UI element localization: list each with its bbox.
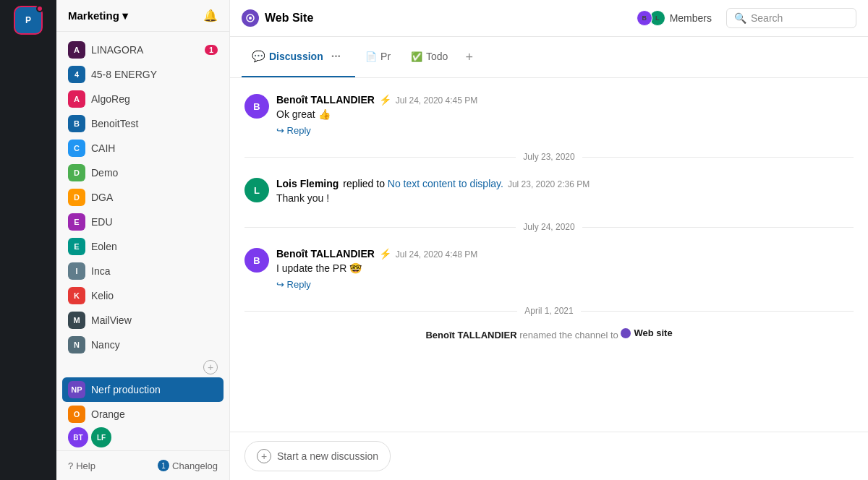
help-link[interactable]: ? Help [68,460,95,471]
reply-button-msg3[interactable]: ↪ Reply [276,279,311,290]
channel-pill-icon [621,328,631,338]
tab-discussion[interactable]: 💬Discussion··· [242,37,355,77]
sidebar-item-linagora[interactable]: ALINAGORA1 [56,38,229,62]
sidebar-item-demo[interactable]: DDemo [56,160,229,185]
channel-avatar-caih: C [68,140,85,157]
system-actor: Benoît TALLANDIER [425,330,516,340]
badge-linagora: 1 [205,45,218,55]
tab-pr[interactable]: 📄Pr [355,43,401,71]
tab-more-icon[interactable]: ··· [327,44,345,69]
sidebar-item-mailview[interactable]: MMailView [56,308,229,333]
sidebar-item-caih[interactable]: CCAIH [56,136,229,160]
msg-header-msg3: Benoît TALLANDIER ⚡ Jul 24, 2020 4:48 PM [276,248,854,260]
channel-sidebar: Marketing ▾ 🔔 ALINAGORA1445-8 ENERGYAAlg… [56,0,230,480]
msg-text-msg2: Thank you ! [276,191,854,206]
pr-icon: 📄 [365,51,377,62]
search-box[interactable]: 🔍 Search [726,8,856,28]
channel-avatar-orange: O [68,406,85,423]
msg-content-msg1: Benoît TALLANDIER ⚡ Jul 24, 2020 4:45 PM… [276,94,854,136]
channel-label-linagora: LINAGORA [91,44,143,56]
notification-dot [36,5,43,12]
channel-label-eolen: Eolen [91,241,117,252]
channel-avatar-demo: D [68,164,85,181]
message-msg3: B Benoît TALLANDIER ⚡ Jul 24, 2020 4:48 … [244,244,854,294]
msg-time-msg3: Jul 24, 2020 4:48 PM [396,249,477,260]
channel-avatar-dga: D [68,189,85,206]
bell-icon[interactable]: 🔔 [203,9,218,22]
discussion-icon: 💬 [252,50,265,63]
channel-avatar-nancy: N [68,336,85,353]
main-header: Web Site B L Members 🔍 Search [230,0,868,37]
system-action: renamed the channel to [519,330,618,340]
sidebar-item-eolen[interactable]: EEolen [56,234,229,259]
members-button[interactable]: B L Members [634,7,718,29]
channel-pill: Web site [621,327,672,338]
members-avatars: B L [639,10,665,26]
msg-avatar-msg1: B [244,94,269,119]
svg-point-1 [249,17,252,20]
header-right: B L Members 🔍 Search [634,7,856,29]
todo-icon: ✅ [411,51,422,62]
sidebar-item-algoreg[interactable]: AAlgoReg [56,87,229,111]
recent-user-lois: LF [91,427,111,447]
channel-avatar-eolen: E [68,238,85,255]
tab-todo[interactable]: ✅Todo [401,43,458,71]
reply-button-msg1[interactable]: ↪ Reply [276,125,311,136]
channel-list: ALINAGORA1445-8 ENERGYAAlgoRegBBenoitTes… [56,32,229,424]
help-icon: ? [68,460,73,471]
channel-avatar-nerf-production: NP [68,381,85,398]
tab-label-discussion: Discussion [269,51,323,62]
plus-circle-icon: + [257,449,271,463]
msg-header-msg1: Benoît TALLANDIER ⚡ Jul 24, 2020 4:45 PM [276,94,854,106]
msg-time-msg2: Jul 23, 2020 2:36 PM [508,179,590,189]
channel-avatar-mailview: M [68,312,85,329]
channel-icon [242,9,259,27]
recent-users-section: BTLF [56,424,229,450]
msg-avatar-msg2: L [244,178,269,202]
channel-avatar-kelio: K [68,287,85,304]
sidebar-item-dga[interactable]: DDGA [56,185,229,210]
sidebar-item-orange[interactable]: OOrange [56,402,229,424]
recent-user-benoit: BT [68,427,88,447]
members-label: Members [670,12,712,24]
replied-to-link[interactable]: No text content to display. [388,178,503,189]
sidebar-item-nancy[interactable]: NNancy [56,333,229,357]
date-divider-div1: July 23, 2020 [244,152,854,162]
sidebar-item-benoittest[interactable]: BBenoitTest [56,111,229,136]
lightning-icon: ⚡ [379,248,391,260]
messages-area: B Benoît TALLANDIER ⚡ Jul 24, 2020 4:45 … [230,78,868,432]
sidebar-item-45-8-energy[interactable]: 445-8 ENERGY [56,62,229,87]
channel-title: Web Site [242,9,313,27]
sidebar-item-edu[interactable]: EEDU [56,210,229,234]
channel-label-nerf-production: Nerf production [91,384,161,395]
channel-label-nancy: Nancy [91,339,120,351]
msg-header-msg2: Lois Fleming replied to No text content … [276,178,854,189]
msg-text-msg3: I update the PR 🤓 [276,261,854,276]
channel-label-mailview: MailView [91,314,132,326]
channel-label-caih: CAIH [91,142,115,154]
workspace-name[interactable]: Marketing ▾ [68,9,128,22]
add-channel-btn-nancy[interactable]: + [56,357,229,377]
channel-avatar-linagora: A [68,41,85,59]
workspace-logo[interactable]: P [14,6,43,35]
changelog-link[interactable]: 1 Changelog [158,460,218,471]
sidebar-footer: ? Help 1 Changelog [56,450,229,480]
message-msg2: L Lois Fleming replied to No text conten… [244,173,854,210]
channel-label-orange: Orange [91,408,125,420]
sidebar-item-nerf-production[interactable]: NPNerf production [62,377,224,402]
channel-label-45-8-energy: 45-8 ENERGY [91,69,157,80]
sidebar-item-inca[interactable]: IInca [56,259,229,283]
channel-label-inca: Inca [91,265,110,277]
main-content: Web Site B L Members 🔍 Search 💬Discussio… [230,0,868,480]
channel-label-benoittest: BenoitTest [91,118,138,129]
msg-author-msg3: Benoît TALLANDIER [276,248,375,260]
replied-to-text: replied to No text content to display. [343,178,503,189]
channel-avatar-inca: I [68,262,85,280]
search-placeholder: Search [751,12,783,24]
new-discussion-button[interactable]: + Start a new discussion [244,441,391,471]
system-message-sys1: Benoît TALLANDIER renamed the channel to… [244,327,854,340]
date-divider-div3: April 1, 2021 [244,306,854,316]
sidebar-item-kelio[interactable]: KKelio [56,283,229,308]
add-tab-button[interactable]: + [461,44,477,71]
channel-avatar-45-8-energy: 4 [68,66,85,83]
